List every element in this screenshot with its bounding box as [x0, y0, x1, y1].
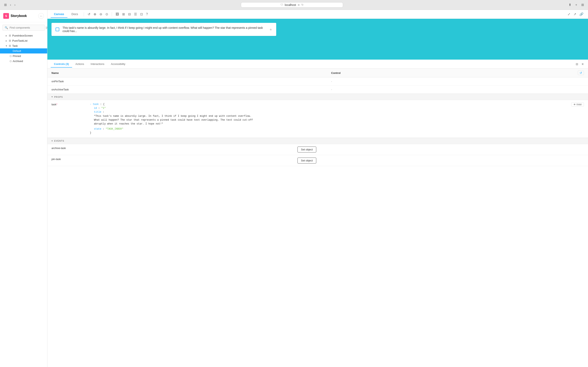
- component-grid-icon3: [9, 45, 11, 47]
- collapse-icon: ▾: [5, 44, 8, 47]
- zoom-out-btn[interactable]: ⊖: [98, 11, 103, 17]
- help-icon-btn[interactable]: ?: [145, 11, 149, 17]
- sidebar-item-pinned[interactable]: Pinned: [0, 53, 47, 58]
- sidebar-toggle-btn[interactable]: ⊞: [3, 2, 8, 8]
- sidebar-item-pureInboxScreen[interactable]: ▸ PureInboxScreen: [0, 33, 47, 38]
- chevron-down-icon: ▾: [51, 96, 53, 98]
- reset-icon-btn[interactable]: ↺: [86, 11, 92, 17]
- main-toolbar: Canvas Docs ↺ ⊕ ⊖ ⊙ 🖼 ⊞ ⊟ ☰ ⊡ ? ⤢ ↗ 🔗: [47, 10, 588, 19]
- copy-link-btn[interactable]: 🔗: [578, 11, 585, 17]
- row-control-onArchiveTask: -: [327, 85, 588, 94]
- raw-btn[interactable]: 👁 RAW: [571, 102, 584, 107]
- browser-chrome: ⊞ ‹ › 🛡 localhost ⊕ ↻ ⬆ + ⊞: [0, 0, 588, 10]
- storybook-logo: S Storybook: [3, 13, 27, 19]
- reload-icon[interactable]: ↻: [301, 3, 304, 6]
- sidebar-label-default: Default: [13, 50, 21, 52]
- zoom-in-btn[interactable]: ⊕: [92, 11, 97, 17]
- expand-icon: ▸: [5, 34, 8, 37]
- component-grid-icon2: [9, 40, 11, 42]
- col-name-header: Name: [47, 69, 327, 77]
- tab-accessibility[interactable]: Accessibility: [108, 61, 129, 67]
- code-minus: -: [90, 103, 93, 106]
- table-row: onArchiveTask -: [47, 85, 588, 94]
- prop-control-task: - task : { id : "1" title : "This task's…: [86, 100, 588, 138]
- event-control-pin-task: Set object: [293, 155, 588, 166]
- task-title-text: This task's name is absurdly large. In f…: [62, 26, 266, 33]
- image-icon-btn[interactable]: 🖼: [114, 11, 120, 17]
- browser-forward-btn[interactable]: ›: [14, 2, 16, 8]
- toolbar-separator: [84, 12, 84, 16]
- split-view-btn[interactable]: ⊟: [575, 62, 579, 67]
- tabs-overview-btn[interactable]: ⊞: [580, 2, 585, 8]
- toolbar-separator-2: [112, 12, 112, 16]
- row-name-onPinTask: onPinTask: [47, 77, 327, 85]
- event-name-pin-task: pin-task: [47, 155, 293, 166]
- main-content: Canvas Docs ↺ ⊕ ⊖ ⊙ 🖼 ⊞ ⊟ ☰ ⊡ ? ⤢ ↗ 🔗 Th: [47, 10, 588, 367]
- story-dot-pinned: [10, 55, 11, 57]
- logo-letter: S: [5, 14, 7, 17]
- expand-icon: ▸: [5, 39, 8, 42]
- sidebar-item-task[interactable]: ▾ Task: [0, 43, 47, 48]
- events-section-header: ▾ EVENTS: [47, 138, 588, 144]
- events-table: archive-task Set object pin-task Set obj…: [47, 144, 588, 166]
- viewport-icon-btn[interactable]: ⊟: [127, 11, 132, 17]
- url-text: localhost: [285, 3, 296, 7]
- reset-controls-btn[interactable]: ↺: [578, 71, 584, 75]
- sidebar-header: S Storybook ···: [0, 10, 47, 22]
- sidebar-label-archived: Archived: [13, 60, 23, 63]
- more-options-btn[interactable]: ···: [38, 13, 44, 19]
- story-dot-default: [10, 50, 11, 52]
- tab-docs[interactable]: Docs: [68, 11, 81, 18]
- external-link-btn[interactable]: ↗: [572, 11, 577, 17]
- search-input[interactable]: [10, 26, 44, 29]
- browser-actions: ⬆ + ⊞: [568, 2, 585, 8]
- search-bar-container: 🔍 /: [2, 25, 45, 31]
- address-bar[interactable]: 🛡 localhost ⊕ ↻: [241, 2, 343, 8]
- share-btn[interactable]: ⬆: [568, 2, 572, 8]
- col-control-header: Control ↺: [327, 69, 588, 77]
- props-table: task* - task : { id : "1" title : "This …: [47, 100, 588, 138]
- tab-actions[interactable]: Actions: [72, 61, 87, 67]
- row-name-onArchiveTask: onArchiveTask: [47, 85, 327, 94]
- set-object-pin-btn[interactable]: Set object: [298, 158, 316, 164]
- search-kbd: /: [46, 26, 47, 29]
- tab-controls[interactable]: Controls (3): [51, 61, 72, 67]
- new-tab-btn[interactable]: +: [574, 2, 578, 8]
- layout-icon-btn[interactable]: ⊡: [139, 11, 144, 17]
- close-controls-btn[interactable]: ✕: [581, 62, 585, 67]
- table-row: pin-task Set object: [47, 155, 588, 166]
- browser-back-btn[interactable]: ‹: [9, 2, 12, 8]
- events-section-label: ▾ EVENTS: [51, 140, 584, 142]
- sidebar-label-pinned: Pinned: [13, 55, 21, 58]
- event-control-archive-task: Set object: [293, 144, 588, 155]
- task-code-block: - task : { id : "1" title : "This task's…: [90, 102, 253, 135]
- sidebar-label-pureTaskList: PureTaskList: [12, 39, 27, 42]
- shield-icon: 🛡: [281, 3, 283, 6]
- set-object-archive-btn[interactable]: Set object: [298, 147, 316, 152]
- search-icon: 🔍: [5, 26, 8, 29]
- fullscreen-btn[interactable]: ⤢: [566, 11, 571, 17]
- app-layout: S Storybook ··· 🔍 / ▸ PureInbox: [0, 10, 588, 367]
- list-icon-btn[interactable]: ☰: [133, 11, 138, 17]
- props-section-label: ▾ PROPS: [51, 96, 584, 98]
- task-checkbox[interactable]: [56, 28, 59, 31]
- sidebar: S Storybook ··· 🔍 / ▸ PureInbox: [0, 10, 47, 367]
- sidebar-label-task: Task: [12, 44, 18, 47]
- table-row: onPinTask -: [47, 77, 588, 85]
- sidebar-item-archived[interactable]: Archived: [0, 58, 47, 64]
- sidebar-item-pureTaskList[interactable]: ▸ PureTaskList: [0, 38, 47, 43]
- tab-interactions[interactable]: Interactions: [87, 61, 108, 67]
- zoom-reset-btn[interactable]: ⊙: [104, 11, 109, 17]
- pin-icon[interactable]: ★: [269, 28, 272, 32]
- event-name-archive-task: archive-task: [47, 144, 293, 155]
- task-card: This task's name is absurdly large. In f…: [51, 23, 276, 36]
- tab-canvas[interactable]: Canvas: [51, 11, 68, 18]
- controls-table: Name Control ↺ onPinTask -: [47, 69, 588, 94]
- row-control-onPinTask: -: [327, 77, 588, 85]
- storybook-logo-icon: S: [3, 13, 9, 19]
- grid-icon-btn[interactable]: ⊞: [121, 11, 126, 17]
- required-indicator: *: [56, 103, 57, 106]
- prop-name-task: task*: [47, 100, 86, 138]
- sidebar-item-default[interactable]: Default: [0, 48, 47, 53]
- prop-task-wrapper: - task : { id : "1" title : "This task's…: [90, 102, 584, 135]
